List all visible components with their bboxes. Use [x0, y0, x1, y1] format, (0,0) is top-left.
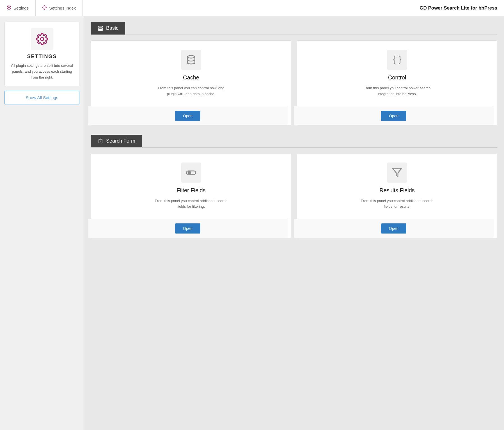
cache-footer: Open — [88, 106, 288, 125]
braces-icon — [392, 55, 402, 65]
svg-rect-3 — [98, 26, 103, 27]
search-form-section-header: Search Form — [91, 135, 142, 147]
control-footer: Open — [294, 106, 494, 125]
database-icon — [186, 55, 196, 65]
nav-settings[interactable]: Settings — [0, 0, 36, 16]
results-fields-card: Results Fields From this panel you contr… — [297, 153, 497, 239]
filter-fields-title: Filter Fields — [177, 187, 205, 194]
svg-point-1 — [44, 7, 45, 8]
svg-marker-12 — [393, 169, 401, 176]
svg-point-11 — [188, 171, 191, 174]
settings-index-icon — [42, 5, 47, 11]
control-icon-box — [387, 50, 407, 70]
svg-rect-7 — [100, 139, 101, 140]
basic-cards-grid: Cache From this panel you can control ho… — [91, 40, 497, 126]
show-all-settings-button[interactable]: Show All Settings — [4, 91, 79, 104]
filter-icon — [392, 168, 402, 178]
search-form-section: Search Form Filter Fields From this pane… — [91, 135, 497, 239]
sidebar-card: SETTINGS All plugin settings are split i… — [4, 22, 79, 86]
filter-fields-open-button[interactable]: Open — [175, 223, 200, 234]
sidebar-title: SETTINGS — [27, 54, 57, 60]
basic-section: Basic Cache From this panel you can cont… — [91, 22, 497, 126]
results-fields-description: From this panel you control additional s… — [361, 198, 434, 210]
app-brand: GD Power Search Lite for bbPress — [420, 5, 504, 11]
search-form-cards-grid: Filter Fields From this panel you contro… — [91, 153, 497, 239]
control-open-button[interactable]: Open — [381, 111, 406, 121]
sidebar-description: All plugin settings are split into sever… — [9, 63, 75, 80]
basic-section-icon — [98, 26, 103, 31]
filter-fields-footer: Open — [88, 219, 288, 238]
svg-point-6 — [187, 56, 195, 58]
nav-settings-label: Settings — [13, 6, 29, 10]
filter-fields-icon-box — [181, 163, 201, 183]
main-layout: SETTINGS All plugin settings are split i… — [0, 16, 504, 430]
cache-open-button[interactable]: Open — [175, 111, 200, 121]
toggle-icon — [186, 168, 196, 178]
control-card: Control From this panel you control powe… — [297, 40, 497, 126]
results-fields-icon-box — [387, 163, 407, 183]
results-fields-title: Results Fields — [379, 187, 415, 194]
settings-nav-icon — [7, 5, 11, 11]
search-form-divider — [91, 147, 497, 148]
results-fields-open-button[interactable]: Open — [381, 223, 406, 234]
filter-fields-card: Filter Fields From this panel you contro… — [91, 153, 291, 239]
control-description: From this panel you control power search… — [361, 85, 434, 97]
svg-point-0 — [8, 7, 10, 8]
search-form-section-label: Search Form — [106, 138, 135, 144]
control-title: Control — [388, 74, 406, 81]
cache-description: From this panel you can control how long… — [155, 85, 228, 97]
svg-rect-5 — [98, 29, 103, 30]
basic-section-header: Basic — [91, 22, 125, 35]
filter-fields-description: From this panel you control additional s… — [155, 198, 228, 210]
basic-section-label: Basic — [106, 25, 118, 31]
top-nav: Settings Settings Index GD Power Search … — [0, 0, 504, 16]
search-form-section-icon — [98, 138, 103, 144]
cache-title: Cache — [183, 74, 199, 81]
nav-settings-index-label: Settings Index — [49, 6, 76, 10]
cache-icon-box — [181, 50, 201, 70]
sidebar-icon-box — [31, 28, 53, 50]
svg-rect-4 — [98, 28, 103, 29]
cache-card: Cache From this panel you can control ho… — [91, 40, 291, 126]
settings-gear-icon — [36, 33, 48, 45]
svg-point-2 — [40, 38, 43, 41]
results-fields-footer: Open — [294, 219, 494, 238]
sidebar: SETTINGS All plugin settings are split i… — [0, 16, 84, 430]
main-content: Basic Cache From this panel you can cont… — [84, 16, 504, 430]
basic-divider — [91, 35, 497, 35]
nav-settings-index[interactable]: Settings Index — [36, 0, 83, 16]
